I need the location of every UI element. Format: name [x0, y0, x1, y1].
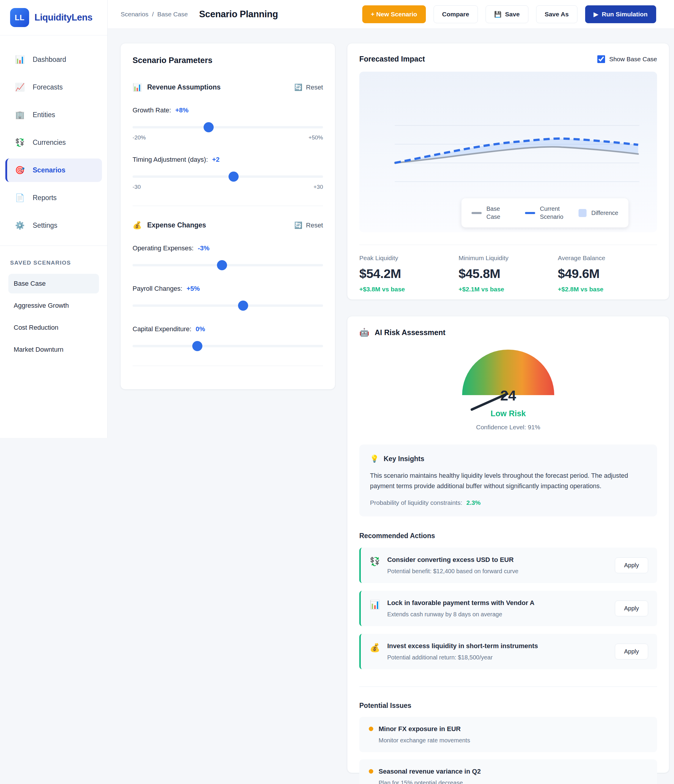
- saved-scenario-market-downturn[interactable]: Market Downturn: [8, 340, 99, 359]
- sidebar-item-dashboard[interactable]: 📊 Dashboard: [5, 48, 102, 72]
- range-max: +30: [314, 184, 323, 190]
- sidebar-nav: 📊 Dashboard 📈 Forecasts 🏢 Entities 💱 Cur…: [0, 36, 107, 237]
- sidebar-item-label: Settings: [33, 221, 57, 230]
- legend-label: Base Case: [486, 205, 512, 221]
- refresh-icon: 🔄: [294, 84, 302, 91]
- issue-title: Minor FX exposure in EUR: [379, 725, 461, 733]
- legend-difference: Difference: [579, 209, 618, 217]
- saved-scenario-base-case[interactable]: Base Case: [8, 274, 99, 294]
- lightbulb-icon: 💡: [370, 454, 379, 463]
- legend-label: Current Scenario: [540, 205, 565, 221]
- capital-expenditure-value: 0%: [196, 325, 205, 333]
- save-button[interactable]: 💾 Save: [486, 5, 528, 23]
- confidence-level: Confidence Level: 91%: [462, 424, 554, 431]
- metric-value: $54.2M: [359, 266, 458, 281]
- saved-scenario-cost-reduction[interactable]: Cost Reduction: [8, 318, 99, 338]
- metric-peak-liquidity: Peak Liquidity $54.2M +$3.8M vs base: [359, 255, 458, 293]
- growth-rate-label: Growth Rate: +8%: [132, 106, 323, 114]
- run-simulation-button[interactable]: ▶ Run Simulation: [585, 5, 656, 23]
- scenario-parameters-panel: Scenario Parameters 📊 Revenue Assumption…: [120, 43, 335, 389]
- slider-thumb[interactable]: [238, 300, 248, 311]
- sidebar-item-entities[interactable]: 🏢 Entities: [5, 103, 102, 127]
- brand-name: LiquidityLens: [34, 12, 92, 23]
- sidebar-item-currencies[interactable]: 💱 Currencies: [5, 131, 102, 154]
- capital-expenditure-slider[interactable]: [132, 345, 323, 347]
- target-icon: 🎯: [15, 166, 25, 175]
- action-title: Consider converting excess USD to EUR: [387, 556, 615, 564]
- money-bag-icon: 💰: [132, 221, 142, 230]
- section-divider: [132, 366, 323, 366]
- apply-button[interactable]: Apply: [615, 557, 648, 573]
- timing-adjustment-group: Timing Adjustment (days): +2 -30 +30: [132, 156, 323, 190]
- apply-button[interactable]: Apply: [615, 644, 648, 660]
- range-min: -30: [132, 184, 141, 190]
- scenario-planning-page: LL LiquidityLens 📊 Dashboard 📈 Forecasts…: [0, 0, 674, 784]
- metric-delta: +$2.1M vs base: [458, 286, 558, 293]
- sidebar-item-forecasts[interactable]: 📈 Forecasts: [5, 76, 102, 99]
- show-base-case-checkbox[interactable]: [597, 55, 605, 63]
- action-subtitle: Potential additional return: $18,500/yea…: [387, 654, 615, 661]
- slider-thumb[interactable]: [192, 341, 202, 351]
- capital-expenditure-label: Capital Expenditure: 0%: [132, 325, 323, 333]
- slider-thumb[interactable]: [217, 260, 227, 270]
- key-insights-box: 💡 Key Insights This scenario maintains h…: [359, 445, 657, 516]
- legend-base-case: Base Case: [472, 205, 512, 221]
- top-bar: Scenarios / Base Case Scenario Planning …: [107, 0, 674, 29]
- payroll-changes-slider[interactable]: [132, 305, 323, 307]
- growth-rate-slider[interactable]: [132, 126, 323, 128]
- potential-issues-title: Potential Issues: [359, 702, 657, 710]
- save-as-button[interactable]: Save As: [536, 5, 578, 23]
- sidebar-item-label: Forecasts: [33, 83, 63, 91]
- brand: LL LiquidityLens: [0, 0, 107, 36]
- page-title: Scenario Planning: [199, 9, 278, 20]
- action-convert-usd-eur: 💱 Consider converting excess USD to EUR …: [359, 548, 657, 583]
- sidebar-item-scenarios[interactable]: 🎯 Scenarios: [5, 159, 102, 182]
- expenses-reset-button[interactable]: 🔄 Reset: [294, 221, 323, 229]
- sidebar-item-label: Scenarios: [33, 166, 65, 174]
- metric-label: Peak Liquidity: [359, 255, 458, 261]
- saved-scenario-aggressive-growth[interactable]: Aggressive Growth: [8, 296, 99, 316]
- breadcrumb-section[interactable]: Scenarios: [121, 11, 148, 18]
- apply-button[interactable]: Apply: [615, 600, 648, 616]
- breadcrumb-current: Base Case: [157, 11, 188, 18]
- bar-chart-icon: 📊: [15, 55, 25, 64]
- revenue-reset-button[interactable]: 🔄 Reset: [294, 84, 323, 91]
- recommended-actions-title: Recommended Actions: [359, 532, 657, 540]
- slider-thumb[interactable]: [228, 171, 239, 182]
- forecasted-impact-title: Forecasted Impact: [359, 55, 425, 63]
- action-subtitle: Extends cash runway by 8 days on average: [387, 611, 615, 618]
- show-base-case-toggle[interactable]: Show Base Case: [597, 55, 657, 63]
- gear-icon: ⚙️: [15, 221, 25, 230]
- play-icon: ▶: [594, 11, 598, 18]
- risk-level-label: Low Risk: [462, 409, 554, 418]
- floppy-disk-icon: 💾: [494, 11, 502, 18]
- bar-chart-icon: 📊: [132, 83, 142, 92]
- timing-adjustment-value: +2: [212, 156, 220, 163]
- compare-button[interactable]: Compare: [433, 5, 478, 23]
- section-divider: [132, 206, 323, 206]
- action-lock-payment-terms: 📊 Lock in favorable payment terms with V…: [359, 591, 657, 626]
- range-min: -20%: [132, 134, 146, 141]
- metric-value: $45.8M: [458, 266, 558, 281]
- slider-thumb[interactable]: [203, 122, 214, 132]
- difference-area-swatch: [579, 209, 587, 217]
- new-scenario-button[interactable]: + New Scenario: [362, 5, 426, 23]
- operating-expenses-slider[interactable]: [132, 264, 323, 266]
- forecast-metrics: Peak Liquidity $54.2M +$3.8M vs base Min…: [359, 255, 657, 293]
- current-scenario-line-swatch: [525, 212, 535, 214]
- range-max: +50%: [309, 134, 323, 141]
- sidebar-item-settings[interactable]: ⚙️ Settings: [5, 214, 102, 237]
- sidebar-item-label: Reports: [33, 194, 57, 202]
- forecast-chart: Base Case Current Scenario Difference: [359, 72, 657, 232]
- legend-label: Difference: [592, 209, 618, 217]
- operating-expenses-value: -3%: [198, 244, 210, 252]
- brand-logo: LL: [10, 8, 29, 27]
- sidebar-item-reports[interactable]: 📄 Reports: [5, 186, 102, 210]
- expense-changes-header: 💰 Expense Changes 🔄 Reset: [132, 221, 323, 230]
- growth-rate-group: Growth Rate: +8% -20% +50%: [132, 106, 323, 141]
- sidebar-item-label: Currencies: [33, 138, 66, 146]
- warning-dot-icon: [369, 769, 373, 773]
- expense-changes-title: Expense Changes: [147, 221, 206, 229]
- timing-adjustment-slider[interactable]: [132, 176, 323, 178]
- document-icon: 📄: [15, 193, 25, 202]
